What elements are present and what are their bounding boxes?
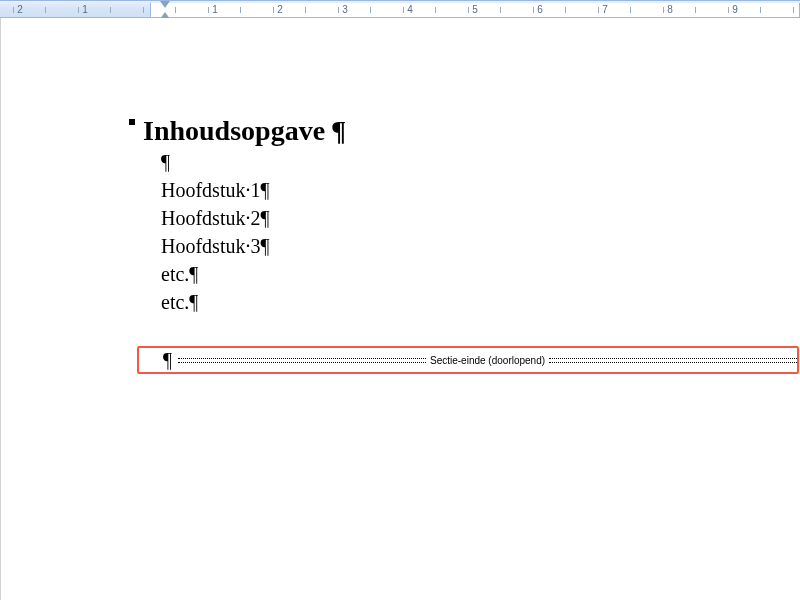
ruler-number: 2 bbox=[277, 3, 283, 17]
ruler-tick-minor bbox=[338, 7, 339, 13]
section-break-line-icon bbox=[178, 355, 426, 365]
ruler-tick-minor bbox=[468, 7, 469, 13]
heading-bullet-icon bbox=[129, 119, 135, 125]
ruler-tick-minor bbox=[403, 7, 404, 13]
section-break-label: Sectie-einde (doorlopend) bbox=[426, 355, 549, 366]
pilcrow-icon: ¶ bbox=[260, 207, 269, 229]
ruler-tick-minor bbox=[695, 7, 696, 13]
ruler-tick-minor bbox=[598, 7, 599, 13]
ruler-tick-minor bbox=[110, 7, 111, 13]
pilcrow-icon: ¶ bbox=[161, 151, 170, 173]
ruler-tick-minor bbox=[760, 7, 761, 13]
ruler-tick-minor bbox=[305, 7, 306, 13]
paragraph-line[interactable]: Hoofdstuk·1¶ bbox=[141, 176, 781, 204]
para-text: etc. bbox=[161, 263, 189, 285]
pilcrow-icon: ¶ bbox=[260, 179, 269, 201]
ruler-tick-minor bbox=[728, 7, 729, 13]
ruler-tick-minor bbox=[45, 7, 46, 13]
ruler-number: 8 bbox=[667, 3, 673, 17]
pilcrow-icon: ¶ bbox=[260, 235, 269, 257]
ruler-number: 4 bbox=[407, 3, 413, 17]
ruler-tick-minor bbox=[565, 7, 566, 13]
ruler-tick-minor bbox=[78, 7, 79, 13]
ruler-tick-minor bbox=[630, 7, 631, 13]
para-text: etc. bbox=[161, 291, 189, 313]
ruler-tick-minor bbox=[240, 7, 241, 13]
ruler-tick-minor bbox=[143, 7, 144, 13]
heading-title[interactable]: Inhoudsopgave¶ bbox=[141, 113, 781, 148]
ruler-tick-minor bbox=[500, 7, 501, 13]
document-content[interactable]: Inhoudsopgave¶ ¶ Hoofdstuk·1¶ Hoofdstuk·… bbox=[141, 113, 781, 316]
ruler-tick-minor bbox=[13, 7, 14, 13]
pilcrow-icon: ¶ bbox=[189, 291, 198, 313]
paragraph-line[interactable]: Hoofdstuk·3¶ bbox=[141, 232, 781, 260]
ruler-tick-minor bbox=[435, 7, 436, 13]
first-line-indent-marker[interactable] bbox=[160, 1, 170, 8]
ruler-number: 1 bbox=[212, 3, 218, 17]
paragraph-empty[interactable]: ¶ bbox=[141, 148, 781, 176]
horizontal-ruler[interactable]: 21123456789 bbox=[0, 0, 800, 18]
ruler-tick-minor bbox=[370, 7, 371, 13]
pilcrow-icon: ¶ bbox=[189, 263, 198, 285]
pilcrow-icon: ¶ bbox=[139, 349, 178, 372]
ruler-number: 1 bbox=[82, 3, 88, 17]
para-text: Hoofdstuk·2 bbox=[161, 207, 260, 229]
section-break-line-icon bbox=[549, 355, 797, 365]
ruler-tick-minor bbox=[533, 7, 534, 13]
paragraph-line[interactable]: etc.¶ bbox=[141, 288, 781, 316]
paragraph-line[interactable]: etc.¶ bbox=[141, 260, 781, 288]
ruler-number: 7 bbox=[602, 3, 608, 17]
ruler-number: 5 bbox=[472, 3, 478, 17]
page[interactable]: Inhoudsopgave¶ ¶ Hoofdstuk·1¶ Hoofdstuk·… bbox=[0, 18, 800, 600]
ruler-tick-minor bbox=[793, 7, 794, 13]
ruler-tick-minor bbox=[208, 7, 209, 13]
pilcrow-icon: ¶ bbox=[331, 113, 346, 148]
ruler-tick-minor bbox=[175, 7, 176, 13]
para-text: Hoofdstuk·3 bbox=[161, 235, 260, 257]
title-text: Inhoudsopgave bbox=[143, 113, 325, 148]
ruler-number: 2 bbox=[17, 3, 23, 17]
para-text: Hoofdstuk·1 bbox=[161, 179, 260, 201]
ruler-number: 6 bbox=[537, 3, 543, 17]
section-break-highlight: ¶ Sectie-einde (doorlopend) bbox=[137, 346, 799, 374]
ruler-number: 3 bbox=[342, 3, 348, 17]
document-area[interactable]: Inhoudsopgave¶ ¶ Hoofdstuk·1¶ Hoofdstuk·… bbox=[0, 18, 800, 600]
paragraph-line[interactable]: Hoofdstuk·2¶ bbox=[141, 204, 781, 232]
ruler-number: 9 bbox=[732, 3, 738, 17]
ruler-tick-minor bbox=[663, 7, 664, 13]
ruler-tick-minor bbox=[273, 7, 274, 13]
